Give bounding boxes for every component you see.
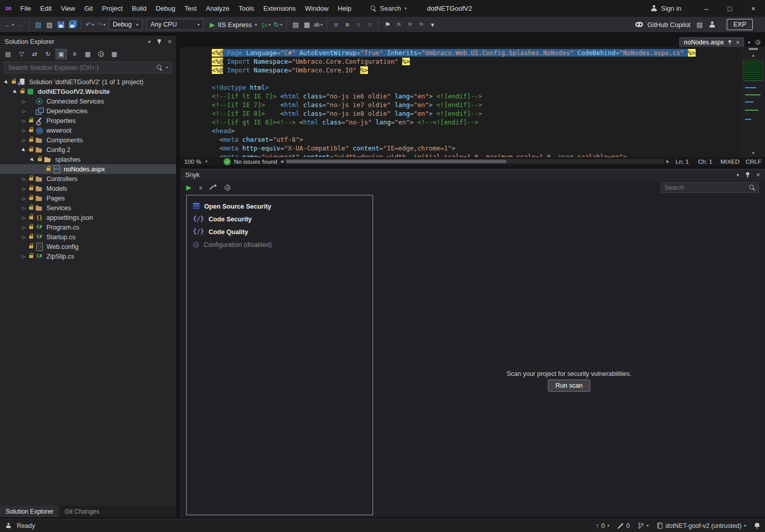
tree-item-program-cs[interactable]: ▷C#Program.cs [0,222,176,232]
code-line-10[interactable]: <head> [212,126,765,135]
snyk-item-code-security[interactable]: {/}Code Security [193,213,373,225]
snyk-stop-icon[interactable]: ■ [199,185,203,191]
tree-item-dependencies[interactable]: ▷Dependencies [0,106,176,116]
chevron-down-icon[interactable]: ▶ [11,87,20,96]
toggle-bookmark-button[interactable]: ⚑ [382,18,392,31]
redo-button[interactable]: ↷▾ [96,18,106,31]
document-outline-button[interactable]: ▦ [302,18,312,31]
repository-indicator[interactable]: dotNET-goof-v2 (untrusted) ▾ [657,522,746,529]
tab-git-changes[interactable]: Git Changes [59,505,105,517]
menu-git[interactable]: Git [80,0,97,17]
splitter-handle-icon[interactable] [749,48,758,50]
tree-item-dotnetgoofv2-website[interactable]: ▶dotNETGoofV2.Website [0,87,176,96]
refresh-button[interactable]: ↻▾ [273,18,283,31]
solution-explorer-header[interactable]: Solution Explorer ▾ × [0,36,176,47]
pin-icon[interactable] [728,40,732,45]
menu-debug[interactable]: Debug [151,0,180,17]
chevron-down-icon[interactable]: ▾ [736,172,739,178]
code-line-6[interactable]: <!--[if lt IE 7]> <html class="no-js ie6… [212,92,765,100]
previous-bookmark-button[interactable]: ⚑ [393,18,404,31]
snyk-settings-gear-icon[interactable] [225,185,231,191]
snyk-clean-icon[interactable] [210,184,217,191]
notifications-button[interactable] [754,523,760,529]
code-line-8[interactable]: <!--[if IE 8]> <html class="no-js ie8 ol… [212,109,765,118]
spell-check-button[interactable]: ab▾ [313,18,323,31]
scroll-left-icon[interactable]: ◀ [280,159,283,164]
zoom-dropdown[interactable]: 100 % ▾ [180,158,211,165]
code-line-2[interactable]: <%@ Import Namespace="Umbraco.Core.Confi… [212,57,765,66]
chevron-right-icon[interactable]: ▷ [20,196,28,201]
snyk-header[interactable]: Snyk ▾ × [180,169,765,181]
tab-solution-explorer[interactable]: Solution Explorer [0,505,59,517]
menu-tools[interactable]: Tools [234,0,259,17]
snyk-search-box[interactable] [661,182,759,193]
issues-indicator[interactable]: ✓ No issues found [224,158,277,165]
navigate-forward-button[interactable]: → [15,18,26,31]
run-scan-button[interactable]: Run scan [548,379,590,392]
pin-icon[interactable] [745,172,750,178]
chevron-down-icon[interactable]: ▾ [148,39,151,44]
code-line-13[interactable]: <meta name="viewport" content="width=dev… [212,153,765,157]
increase-indent-button[interactable]: ≡ [364,18,375,31]
open-file-button[interactable]: ▧ [44,18,55,31]
indent-guides-button[interactable]: ≡ [331,18,341,31]
snyk-run-icon[interactable]: ▶ [186,184,191,191]
feedback-icon[interactable] [6,523,11,528]
start-debugging-button[interactable]: ▶ IIS Express ▾ [206,18,260,31]
sign-in-button[interactable]: Sign in [651,5,681,12]
solution-platform-dropdown[interactable]: Any CPU▾ [146,19,204,30]
github-copilot-button[interactable]: GitHub Copilot ▤ [635,18,715,31]
tree-item-properties[interactable]: ▷Properties [0,116,176,125]
tree-item-services[interactable]: ▷Services [0,203,176,213]
clear-bookmarks-button[interactable]: ⚑ [416,18,426,31]
tree-item-appsettings-json[interactable]: ▷{}appsettings.json [0,213,176,222]
save-all-button[interactable] [67,18,77,31]
menu-extensions[interactable]: Extensions [259,0,301,17]
undo-button[interactable]: ↶▾ [85,18,95,31]
code-line-11[interactable]: <meta charset="utf-8"> [212,135,765,144]
properties-icon[interactable] [95,49,107,59]
editor-scrollbar[interactable]: ▲ ▼ [742,47,765,157]
code-line-9[interactable]: <!--[if gt IE 8]><!--> <html class="no-j… [212,118,765,126]
eol-indicator[interactable]: CRLF [743,158,765,165]
menu-edit[interactable]: Edit [36,0,56,17]
tree-item-splashes[interactable]: ▶splashes [0,155,176,164]
navigate-back-button[interactable]: ←▾ [4,18,14,31]
code-line-12[interactable]: <meta http-equiv="X-UA-Compatible" conte… [212,144,765,153]
chevron-right-icon[interactable]: ▷ [20,235,28,240]
tree-item-wwwroot[interactable]: ▷wwwroot [0,125,176,135]
column-indicator[interactable]: Ch: 1 [695,158,718,165]
chevron-right-icon[interactable]: ▷ [20,225,28,230]
menu-window[interactable]: Window [301,0,333,17]
pin-icon[interactable] [157,39,162,45]
copilot-account-icon[interactable] [709,21,715,28]
collapse-all-icon[interactable]: ≡ [69,49,80,59]
code-editor[interactable]: <%@ Page Language="C#" AutoEventWireup="… [180,47,765,157]
line-indicator[interactable]: Ln: 1 [673,158,695,165]
new-project-button[interactable]: ▤ [33,18,43,31]
filter-icon[interactable]: ▽ [16,49,27,59]
encoding-indicator[interactable]: MIXED [718,158,743,165]
decrease-indent-button[interactable]: ≡ [353,18,363,31]
horizontal-scrollbar[interactable] [285,159,664,164]
menu-help[interactable]: Help [333,0,356,17]
snyk-search-input[interactable] [664,184,746,191]
show-all-files-icon[interactable]: ▦ [82,49,93,59]
code-line-5[interactable]: <!doctype html> [212,83,765,92]
tree-item-zipslip-cs[interactable]: ▷C#ZipSlip.cs [0,251,176,261]
scroll-right-icon[interactable]: ▶ [666,159,669,164]
chevron-right-icon[interactable]: ▷ [20,176,28,182]
menu-analyze[interactable]: Analyze [201,0,234,17]
tree-item-startup-cs[interactable]: ▷C#Startup.cs [0,232,176,242]
chevron-right-icon[interactable]: ▷ [20,138,28,143]
chevron-right-icon[interactable]: ▷ [20,254,28,259]
scroll-up-icon[interactable]: ▲ [751,53,755,58]
scrollbar-thumb[interactable] [286,160,506,163]
find-in-files-button[interactable]: ▤ [290,18,301,31]
close-icon[interactable]: × [756,171,760,179]
start-without-debugging-button[interactable]: ▷▾ [261,18,272,31]
snyk-item-configuration-disabled[interactable]: Configuration (disabled) [193,238,373,251]
pending-changes-indicator[interactable]: 0 [618,522,630,529]
close-icon[interactable]: × [168,38,171,45]
word-wrap-button[interactable]: ≡ [342,18,352,31]
